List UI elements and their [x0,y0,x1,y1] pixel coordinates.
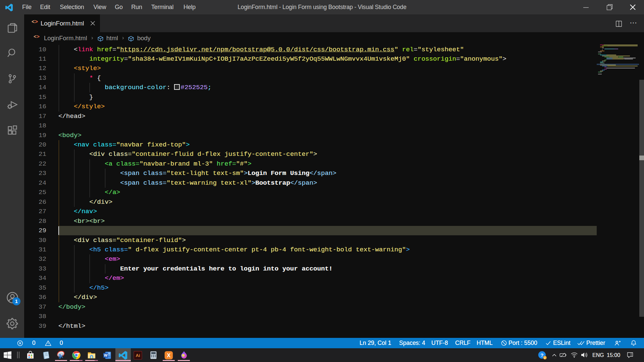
svg-text:X: X [167,352,171,358]
svg-text:Ai: Ai [136,353,140,358]
svg-text:W: W [104,353,108,357]
svg-text:i: i [544,356,545,360]
svg-text:?: ? [540,352,543,358]
